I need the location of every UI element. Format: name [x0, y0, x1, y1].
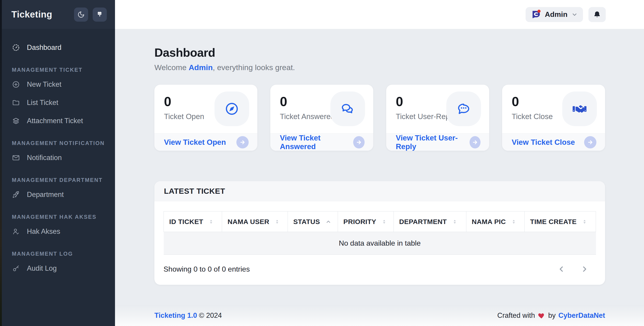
- empty-message: No data available in table: [164, 232, 596, 255]
- sidebar-item-hak-akses[interactable]: Hak Akses: [2, 222, 115, 241]
- sidebar-item-label: Notification: [27, 154, 62, 162]
- mail-icon: [12, 154, 20, 162]
- view-ticket-open-row[interactable]: View Ticket Open: [154, 134, 257, 151]
- panel-title: LATEST TICKET: [164, 187, 225, 196]
- column-header-priority[interactable]: PRIORITY: [338, 212, 394, 232]
- sort-icon: [511, 219, 517, 225]
- card-ticket-user-reply: 0 Ticket User-Reply View Ticket User-Rep…: [386, 85, 489, 151]
- main-column: Admin Dashboard Welcome Admin, everythin…: [115, 0, 644, 326]
- sidebar-item-list-ticket[interactable]: List Ticket: [2, 94, 115, 112]
- panel-header: LATEST TICKET: [154, 181, 605, 201]
- welcome-user: Admin: [189, 63, 213, 72]
- cyberdatanet-link[interactable]: CyberDataNet: [558, 312, 605, 320]
- column-header-nama-pic[interactable]: NAMA PIC: [466, 212, 524, 232]
- card-body: 0 Ticket Close: [502, 85, 605, 134]
- tickets-table: ID TICKET NAMA USER STATUS PRIORITY DEPA…: [164, 211, 596, 255]
- chevron-left-icon: [557, 264, 566, 274]
- card-ticket-close: 0 Ticket Close View Ticket Close: [502, 85, 605, 151]
- sort-asc-icon: [325, 218, 332, 225]
- sidebar-item-label: List Ticket: [27, 98, 58, 107]
- view-ticket-user-reply-row[interactable]: View Ticket User-Reply: [386, 134, 489, 151]
- view-ticket-open-link[interactable]: View Ticket Open: [164, 138, 226, 146]
- sidebar-header: Ticketing: [2, 0, 115, 29]
- view-ticket-close-row[interactable]: View Ticket Close: [502, 134, 605, 151]
- user-menu-button[interactable]: Admin: [526, 7, 583, 22]
- sidebar-section-management-hak-akses: MANAGEMENT HAK AKSES: [2, 214, 115, 220]
- sidebar: Ticketing Dashboard MANAGEMENT TICKET: [2, 0, 115, 326]
- layers-icon: [12, 117, 20, 125]
- next-page-button[interactable]: [580, 264, 589, 274]
- sidebar-item-department[interactable]: Department: [2, 186, 115, 204]
- topbar: Admin: [115, 0, 644, 29]
- entries-summary: Showing 0 to 0 of 0 entries: [164, 265, 250, 274]
- dark-mode-button[interactable]: [74, 8, 88, 22]
- footer: Ticketing 1.0 © 2024 Crafted with by Cyb…: [115, 305, 644, 326]
- chevron-right-icon: [580, 264, 589, 274]
- user-check-icon: [12, 228, 20, 236]
- plus-circle-icon: [12, 80, 20, 88]
- footer-copyright: © 2024: [199, 312, 222, 320]
- pagination: [557, 264, 589, 274]
- bell-icon: [593, 10, 601, 19]
- sidebar-section-management-log: MANAGEMENT LOG: [2, 251, 115, 257]
- theme-button[interactable]: [93, 8, 107, 22]
- sort-icon: [381, 219, 387, 225]
- sidebar-item-audit-log[interactable]: Audit Log: [2, 259, 115, 278]
- column-header-status[interactable]: STATUS: [288, 212, 338, 232]
- previous-page-button[interactable]: [557, 264, 566, 274]
- view-ticket-user-reply-link[interactable]: View Ticket User-Reply: [396, 134, 470, 151]
- gauge-icon: [12, 44, 20, 52]
- table-header-row: ID TICKET NAMA USER STATUS PRIORITY DEPA…: [164, 212, 596, 232]
- arrow-right-icon[interactable]: [470, 136, 480, 148]
- notifications-button[interactable]: [588, 7, 606, 22]
- column-header-nama-user[interactable]: NAMA USER: [222, 212, 288, 232]
- sort-icon: [582, 219, 588, 225]
- card-body: 0 Ticket Answered: [270, 85, 373, 134]
- sidebar-item-attachment-ticket[interactable]: Attachment Ticket: [2, 112, 115, 130]
- sidebar-item-notification[interactable]: Notification: [2, 149, 115, 167]
- content: Dashboard Welcome Admin, everything look…: [115, 29, 644, 305]
- table-meta: Showing 0 to 0 of 0 entries: [164, 264, 596, 274]
- view-ticket-answered-link[interactable]: View Ticket Answered: [280, 134, 353, 151]
- brush-icon: [96, 11, 104, 18]
- sidebar-item-label: Audit Log: [27, 264, 57, 272]
- column-header-department[interactable]: DEPARTMENT: [394, 212, 466, 232]
- sidebar-section-management-department: MANAGEMENT DEPARTMENT: [2, 177, 115, 183]
- sidebar-section-management-ticket: MANAGEMENT TICKET: [2, 67, 115, 73]
- user-name: Admin: [545, 10, 568, 19]
- arrow-right-icon[interactable]: [353, 136, 364, 148]
- latest-ticket-panel: LATEST TICKET ID TICKET NAMA USER STATUS…: [154, 181, 605, 285]
- sidebar-item-label: Department: [27, 190, 64, 199]
- arrow-right-icon[interactable]: [584, 136, 596, 148]
- empty-row: No data available in table: [164, 232, 596, 255]
- card-body: 0 Ticket Open: [154, 85, 257, 134]
- sort-icon: [274, 219, 280, 225]
- compass-icon: [214, 92, 249, 126]
- app-title: Ticketing: [12, 9, 52, 20]
- sidebar-item-label: Hak Akses: [27, 228, 60, 236]
- sidebar-section-management-notification: MANAGEMENT NOTIFICATION: [2, 140, 115, 146]
- stat-cards: 0 Ticket Open View Ticket Open 0 Ticket: [154, 85, 605, 151]
- welcome-message: Welcome Admin, everything looks great.: [154, 63, 605, 72]
- key-icon: [12, 264, 20, 272]
- sidebar-item-dashboard[interactable]: Dashboard: [2, 38, 115, 57]
- card-ticket-answered: 0 Ticket Answered View Ticket Answered: [270, 85, 373, 151]
- footer-brand-link[interactable]: Ticketing 1.0: [154, 312, 197, 320]
- heart-icon: [538, 312, 546, 320]
- footer-right: Crafted with by CyberDataNet: [497, 312, 605, 320]
- company-logo: [530, 9, 541, 20]
- sidebar-nav: Dashboard MANAGEMENT TICKET New Ticket L…: [2, 29, 115, 278]
- page-title: Dashboard: [154, 46, 605, 60]
- chat-dots-icon: [446, 92, 481, 126]
- crafted-by-text: by: [548, 312, 556, 320]
- arrow-right-icon[interactable]: [236, 136, 249, 148]
- handshake-icon: [562, 92, 597, 126]
- column-header-id-ticket[interactable]: ID TICKET: [164, 212, 222, 232]
- sidebar-item-new-ticket[interactable]: New Ticket: [2, 75, 115, 94]
- rocket-icon: [12, 190, 20, 199]
- column-header-time-create[interactable]: TIME CREATE: [524, 212, 596, 232]
- panel-body: ID TICKET NAMA USER STATUS PRIORITY DEPA…: [154, 201, 605, 285]
- sidebar-item-label: Attachment Ticket: [27, 117, 83, 125]
- view-ticket-answered-row[interactable]: View Ticket Answered: [270, 134, 373, 151]
- view-ticket-close-link[interactable]: View Ticket Close: [512, 138, 575, 146]
